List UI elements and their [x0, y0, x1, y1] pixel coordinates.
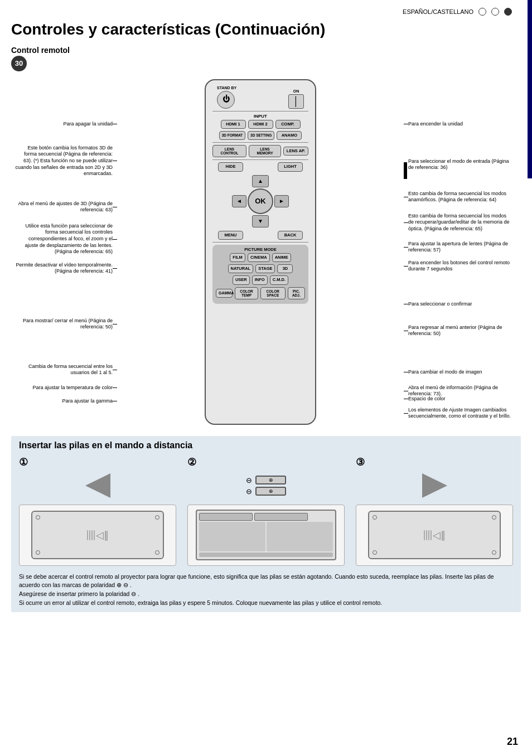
anime-button[interactable]: ANIME: [272, 253, 291, 262]
film-button[interactable]: FILM: [230, 253, 245, 262]
battery-slot-1: [199, 513, 253, 521]
bc-top-3: [373, 515, 496, 520]
picture-row2: NATURAL STAGE 3D: [216, 264, 305, 273]
ok-button[interactable]: OK: [248, 188, 273, 214]
divider-1: [212, 111, 308, 112]
divider-3: [212, 159, 308, 160]
on-label: ON: [288, 89, 304, 93]
lens-ap-button[interactable]: LENS AP.: [283, 147, 308, 156]
battery-compartment-1: ◁∥: [31, 511, 164, 559]
speaker-line-3: [91, 530, 93, 540]
lens-row: LENS CONTROL LENS MEMORY LENS AP.: [212, 145, 308, 157]
label-colorspace: Espacio de color: [408, 396, 511, 403]
3dsetting-button[interactable]: 3D SETTING: [248, 131, 274, 139]
user-button[interactable]: USER: [233, 275, 250, 284]
bc-circle-br-3: [492, 550, 496, 555]
label-gamma: Para ajustar la gamma: [15, 398, 113, 405]
remote-number: 30: [11, 56, 27, 71]
3d-mode-button[interactable]: 3D: [277, 264, 293, 273]
pic-adj-button[interactable]: PIC. ADJ.: [288, 287, 305, 299]
divider-4: [212, 242, 308, 243]
bc-circle-br: [155, 550, 159, 555]
speaker-line-3-4: [431, 530, 432, 540]
label-3dformat: Este botón cambia los formatos 3D de for…: [15, 145, 113, 177]
label-back: Para regresar al menú anterior (Página d…: [408, 324, 511, 337]
label-off: Para apagar la unidad: [15, 121, 113, 128]
on-button[interactable]: │: [288, 94, 304, 109]
battery-slot-2: [254, 513, 308, 521]
back-button[interactable]: BACK: [278, 231, 303, 240]
lang-text: ESPAÑOL/CASTELLANO: [403, 8, 473, 15]
label-imageadj: Los elementos de Ajuste Imagen cambiados…: [408, 407, 511, 420]
tray-line-2: [267, 522, 333, 552]
bc-bottom-3: [373, 550, 496, 555]
hdmi-row: HDMI 1 HDMI 2 COMP.: [212, 120, 308, 129]
lens-memory-button[interactable]: LENS MEMORY: [249, 145, 281, 157]
hdmi2-button[interactable]: HDMI 2: [248, 120, 273, 129]
light-button[interactable]: LIGHT: [278, 162, 303, 171]
left-button[interactable]: ◄: [232, 195, 246, 207]
divider-2: [212, 142, 308, 143]
bc-speaker-1: ◁∥: [60, 520, 134, 550]
cinema-button[interactable]: CINEMA: [248, 253, 270, 262]
label-optical: Esto cambia de forma secuencial los modo…: [408, 213, 511, 232]
lens-control-button[interactable]: LENS CONTROL: [212, 145, 246, 157]
lang-circle-3: [504, 8, 512, 16]
color-temp-button[interactable]: COLOR TEMP: [235, 287, 258, 299]
anamo-button[interactable]: ANAMO: [277, 131, 302, 140]
bc-top-1: [36, 515, 159, 520]
label-lens: Utilice esta función para seleccionar de…: [15, 223, 113, 255]
step1-image: ◁∥: [19, 505, 176, 566]
hdmi1-button[interactable]: HDMI 1: [221, 120, 246, 129]
gamma-row: GAMMA COLOR TEMP COLOR SPACE PIC. ADJ.: [216, 287, 305, 299]
comp-button[interactable]: COMP.: [275, 120, 301, 129]
dpad-middle: ◄ OK ►: [232, 188, 289, 214]
step1-number: ①: [19, 456, 28, 468]
picture-mode-label: PICTURE MODE: [216, 247, 305, 252]
dpad-container: ▲ ◄ OK ► ▼: [212, 175, 308, 227]
label-light: Para encender los botones del control re…: [408, 260, 511, 273]
bc-circle-tl: [36, 515, 40, 520]
picture-row3: USER INFO C.M.D.: [216, 275, 305, 284]
hide-button[interactable]: HIDE: [218, 162, 243, 171]
standby-button[interactable]: ⏻: [217, 91, 235, 109]
step2-battery-area: ⊖ ⊕ ⊖ ⊕: [187, 471, 345, 501]
page-number: 21: [507, 736, 518, 748]
stage-button[interactable]: STAGE: [255, 264, 275, 273]
battery-tray-lines: [199, 521, 333, 553]
menu-button[interactable]: MENU: [218, 231, 243, 240]
picture-row1: FILM CINEMA ANIME: [216, 253, 305, 262]
battery-step-2: ② ⊖ ⊕ ⊖ ⊕: [187, 456, 345, 566]
remote-diagram: Para apagar la unidad Este botón cambia …: [11, 79, 521, 425]
standby-section: STAND BY ⏻: [217, 86, 236, 109]
speaker-line-3-2: [426, 530, 427, 540]
on-section: ON │: [288, 89, 304, 109]
label-on: Para encender la unidad: [408, 121, 511, 128]
bc-circle-bl: [36, 550, 40, 555]
tray-line-1: [199, 522, 265, 552]
right-button[interactable]: ►: [274, 195, 289, 207]
label-lensap: Para ajustar la apertura de lentes (Pági…: [408, 241, 511, 254]
step2-image: [187, 505, 345, 566]
battery-step-1: ①: [19, 456, 176, 566]
info-button[interactable]: INFO: [252, 275, 268, 284]
plus-top-icon: ⊕: [269, 477, 273, 483]
label-input: Para seleccionar el modo de entrada (Pág…: [408, 158, 511, 171]
step3-number: ③: [356, 456, 365, 468]
3d-row: 3D FORMAT 3D SETTING ANAMO: [212, 131, 308, 140]
arrow-left-icon: [85, 473, 110, 498]
bc-circle-tr: [155, 515, 159, 520]
cmd-button[interactable]: C.M.D.: [270, 275, 288, 284]
battery-compartment-3: ◁∥: [368, 511, 501, 559]
step3-arrow: [356, 471, 513, 501]
battery-indicator-bottom: ⊕: [255, 487, 286, 496]
standby-label: STAND BY: [217, 86, 236, 90]
color-space-button[interactable]: COLOR SPACE: [260, 287, 286, 299]
main-title: Controles y características (Continuació…: [11, 20, 521, 39]
up-button[interactable]: ▲: [252, 175, 269, 187]
3dformat-button[interactable]: 3D FORMAT: [219, 131, 245, 139]
hide-light-row: HIDE LIGHT: [212, 162, 308, 171]
down-button[interactable]: ▼: [252, 215, 269, 227]
gamma-button[interactable]: GAMMA: [216, 289, 233, 298]
natural-button[interactable]: NATURAL: [228, 264, 254, 273]
